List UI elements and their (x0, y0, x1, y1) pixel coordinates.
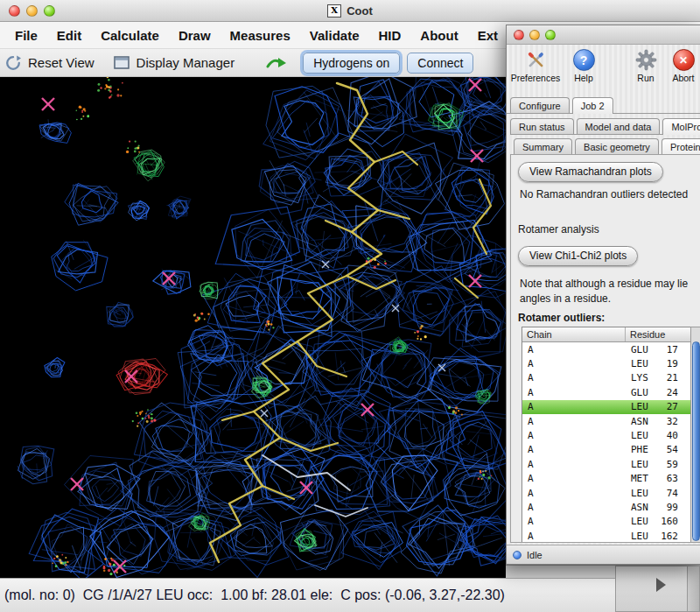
side-toolbar-panel (615, 566, 700, 612)
dialog-close-button[interactable] (514, 30, 524, 40)
job-tab-bar: ConfigureJob 2 (507, 94, 700, 114)
connect-toggle-button[interactable]: Connect (407, 53, 473, 74)
rotamer-outlier-row[interactable]: A LEU40 (522, 428, 700, 442)
category-tab-bar: SummaryBasic geometryProteinC (514, 136, 700, 155)
section-tab-bar: Run statusModel and dataMolProbity (510, 116, 700, 135)
menu-item[interactable]: Edit (47, 25, 91, 46)
menu-item[interactable]: Draw (169, 25, 220, 46)
section-tab[interactable]: Run status (510, 118, 574, 134)
rotamer-outlier-row[interactable]: A ASN32 (522, 414, 700, 428)
table-scrollbar[interactable] (690, 327, 700, 543)
abort-button[interactable]: ✕ Abort (670, 49, 696, 83)
rotamer-outlier-row[interactable]: A LEU74 (522, 486, 700, 500)
rotamer-outlier-row[interactable]: A GLU17 (522, 342, 700, 356)
corner-scrollbar[interactable] (687, 566, 699, 611)
x11-icon: X (327, 4, 341, 18)
status-led-icon (513, 551, 522, 559)
rotamer-outliers-table: Chain Residue A GLU17 A LEU19 A (522, 327, 700, 543)
main-titlebar[interactable]: X Coot (0, 0, 700, 22)
menu-item[interactable]: Measures (220, 25, 300, 46)
rotamer-note-line1: Note that although a residue may lie (520, 278, 688, 290)
dialog-toolbar: Preferences ? Help (507, 45, 700, 94)
rotamer-outlier-row[interactable]: A LEU160 (522, 515, 700, 529)
protein-tab-content: View Ramachandran plots No Ramachandran … (510, 154, 700, 543)
rotamer-outliers-list: A GLU17 A LEU19 A LYS21 A GLU24 (522, 342, 700, 543)
hydrogens-toggle-button[interactable]: Hydrogens on (303, 53, 400, 74)
menu-item[interactable]: File (5, 25, 47, 46)
reset-view-button[interactable]: Reset View (28, 55, 94, 70)
run-gear-icon (635, 49, 657, 71)
table-header: Chain Residue (522, 327, 700, 342)
rotamer-outlier-row[interactable]: A PHE54 (522, 443, 700, 457)
preferences-button[interactable]: Preferences (512, 49, 559, 83)
rotamer-outlier-row[interactable]: A MET63 (522, 472, 700, 486)
dialog-statusbar: Idle (507, 545, 700, 564)
expand-toolbar-arrow-icon[interactable] (656, 578, 666, 592)
view-chi1-chi2-plots-button[interactable]: View Chi1-Chi2 plots (518, 246, 638, 266)
abort-label: Abort (672, 73, 694, 83)
menu-item[interactable]: HID (369, 25, 411, 46)
column-header-residue[interactable]: Residue (626, 327, 700, 341)
category-tab[interactable]: Basic geometry (575, 138, 659, 154)
rotamer-note-line2: angles in a residue. (520, 292, 611, 305)
rotamer-outlier-row[interactable]: A LEU27 (522, 400, 700, 414)
close-button[interactable] (9, 5, 20, 17)
dialog-minimize-button[interactable] (529, 30, 540, 40)
rotamer-outliers-label: Rotamer outliers: (518, 312, 605, 324)
green-arrow-icon[interactable] (266, 56, 287, 70)
minimize-button[interactable] (26, 5, 38, 17)
section-tab[interactable]: Model and data (577, 118, 661, 134)
abort-icon: ✕ (673, 49, 695, 71)
column-header-chain[interactable]: Chain (522, 327, 626, 341)
help-icon: ? (573, 49, 595, 71)
job-tab[interactable]: Configure (510, 97, 570, 113)
rotamer-outlier-row[interactable]: A LEU19 (522, 356, 700, 370)
preferences-icon (525, 49, 547, 71)
run-button[interactable]: Run (633, 49, 659, 83)
preferences-label: Preferences (511, 73, 561, 83)
window-title: Coot (346, 4, 373, 18)
rotamer-outlier-row[interactable]: A LYS21 (522, 371, 700, 385)
menu-item[interactable]: Validate (300, 25, 369, 46)
coot-application: X Coot FileEditCalculateDrawMeasuresVali… (0, 0, 700, 612)
category-tab[interactable]: Protein (662, 138, 700, 155)
menu-item[interactable]: Ext (468, 25, 508, 46)
window-controls (9, 5, 55, 17)
ramachandran-result-text: No Ramachandran outliers detected (520, 188, 688, 200)
reset-view-icon[interactable] (5, 55, 21, 71)
dialog-zoom-button[interactable] (545, 30, 556, 40)
main-statusbar: (mol. no: 0) CG /1/A/27 LEU occ: 1.00 bf… (0, 578, 700, 612)
menu-item[interactable]: About (410, 25, 467, 46)
scrollbar-thumb[interactable] (692, 341, 700, 541)
job-tab[interactable]: Job 2 (572, 97, 613, 114)
display-manager-button[interactable]: Display Manager (136, 55, 235, 70)
view-ramachandran-plots-button[interactable]: View Ramachandran plots (518, 162, 663, 182)
section-tab[interactable]: MolProbity (662, 118, 700, 135)
rotamer-outlier-row[interactable]: A LEU162 (522, 529, 700, 543)
help-label: Help (574, 73, 593, 83)
rotamer-outlier-row[interactable]: A GLU24 (522, 385, 700, 399)
menu-item[interactable]: Calculate (91, 25, 169, 46)
zoom-button[interactable] (44, 5, 55, 17)
run-label: Run (637, 73, 654, 83)
molprobity-dialog: Preferences ? Help (506, 25, 700, 565)
rotamer-outlier-row[interactable]: A LEU59 (522, 457, 700, 471)
dialog-status-text: Idle (527, 550, 542, 560)
rotamer-analysis-title: Rotamer analysis (518, 223, 599, 236)
job-page: Run statusModel and dataMolProbity Summa… (507, 114, 700, 545)
display-manager-icon[interactable] (114, 56, 130, 70)
rotamer-outlier-row[interactable]: A ASN99 (522, 500, 700, 514)
atom-status-text: (mol. no: 0) CG /1/A/27 LEU occ: 1.00 bf… (4, 587, 505, 603)
help-button[interactable]: ? Help (570, 49, 597, 83)
dialog-titlebar[interactable] (507, 25, 700, 45)
category-tab[interactable]: Summary (514, 138, 572, 154)
